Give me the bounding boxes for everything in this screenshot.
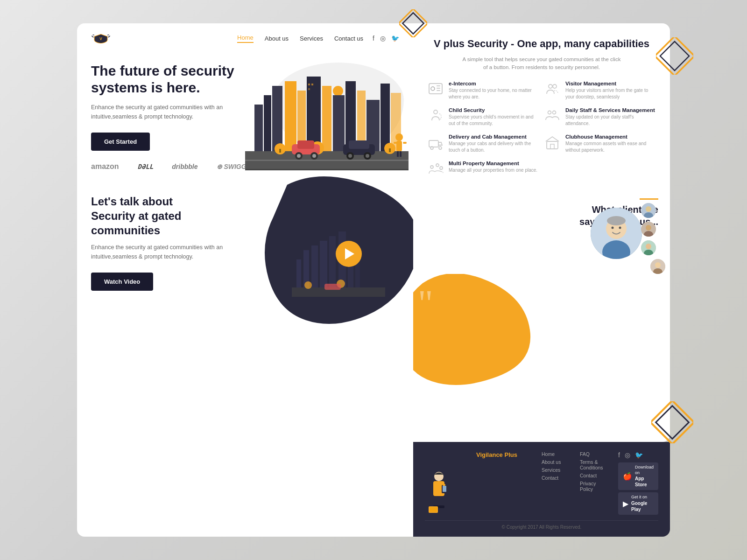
svg-rect-111 xyxy=(439,505,444,508)
logo-icon: V xyxy=(91,32,111,45)
svg-text:V: V xyxy=(99,36,102,41)
feature-staff: Daily Staff & Services Management Stay u… xyxy=(544,107,656,127)
watch-video-button[interactable]: Watch Video xyxy=(91,273,153,291)
svg-point-77 xyxy=(430,147,433,149)
footer-contact2-link[interactable]: Contact xyxy=(580,473,609,478)
staff-text: Daily Staff & Services Management Stay u… xyxy=(565,107,656,127)
child-icon xyxy=(427,107,444,124)
svg-rect-76 xyxy=(429,140,438,147)
get-started-button[interactable]: Get Started xyxy=(91,133,150,151)
hero-illustration xyxy=(236,49,413,179)
svg-rect-107 xyxy=(443,484,445,486)
footer-home-link[interactable]: Home xyxy=(542,451,571,457)
svg-rect-26 xyxy=(389,148,391,152)
small-avatars xyxy=(641,203,665,278)
facebook-icon[interactable]: f xyxy=(373,35,374,42)
svg-text:": " xyxy=(418,283,433,324)
footer-help-col: FAQ Terms & Conditions Contact Privacy P… xyxy=(580,451,609,515)
svg-rect-45 xyxy=(245,169,409,170)
svg-rect-34 xyxy=(349,140,369,149)
play-button[interactable] xyxy=(336,241,362,267)
clubhouse-text: Clubhouse Management Manage common asset… xyxy=(565,134,656,154)
svg-rect-68 xyxy=(437,85,440,86)
social-icons: f ◎ 🐦 xyxy=(373,35,399,42)
property-desc: Manage all your properties from one plac… xyxy=(449,167,537,174)
feature-clubhouse: Clubhouse Management Manage common asset… xyxy=(544,134,656,154)
svg-rect-20 xyxy=(279,149,281,153)
deco-diamond-top-right xyxy=(656,37,693,75)
google-play-icon: ▶ xyxy=(623,499,628,508)
svg-rect-9 xyxy=(322,86,331,151)
svg-point-90 xyxy=(619,227,621,229)
svg-rect-14 xyxy=(381,84,390,151)
nav-home[interactable]: Home xyxy=(237,34,254,43)
svg-point-81 xyxy=(430,166,433,168)
svg-point-101 xyxy=(655,262,661,268)
footer-panel: Vigilance Plus Home About us Services Co… xyxy=(413,442,670,537)
svg-rect-62 xyxy=(656,37,693,75)
video-heading: Let's talk about Security at gated commu… xyxy=(91,194,212,238)
nav-services[interactable]: Services xyxy=(300,35,323,42)
footer-social-col: f ◎ 🐦 🍎 Download on App Store xyxy=(618,451,658,515)
clubhouse-desc: Manage common assets with ease and witho… xyxy=(565,140,656,154)
right-panel: V plus Security - One app, many capabili… xyxy=(413,23,670,537)
nav-contact[interactable]: Contact us xyxy=(334,35,363,42)
footer-services-link[interactable]: Services xyxy=(542,467,571,473)
footer-instagram-icon[interactable]: ◎ xyxy=(625,451,630,459)
intercom-desc: Stay connected to your home, no matter w… xyxy=(449,87,539,100)
svg-point-88 xyxy=(607,216,626,225)
logo-area: V xyxy=(91,32,111,45)
hero-description: Enhance the security at gated communitie… xyxy=(91,103,231,121)
video-description: Enhance the security at gated communitie… xyxy=(91,243,231,261)
footer-social-icons: f ◎ 🐦 xyxy=(618,451,658,459)
twitter-icon[interactable]: 🐦 xyxy=(391,35,399,42)
child-desc: Supervise yours child's movement in and … xyxy=(449,114,539,127)
app-store-button[interactable]: 🍎 Download on App Store xyxy=(618,462,658,490)
svg-rect-3 xyxy=(254,105,263,151)
svg-point-78 xyxy=(439,147,442,149)
clubhouse-title: Clubhouse Management xyxy=(565,134,656,140)
svg-rect-41 xyxy=(394,142,397,144)
footer-about-link[interactable]: About us xyxy=(542,459,571,465)
svg-rect-70 xyxy=(437,90,440,91)
yellow-blob: " xyxy=(413,274,535,386)
footer-faq-link[interactable]: FAQ xyxy=(580,451,609,457)
svg-point-67 xyxy=(431,87,435,91)
svg-point-39 xyxy=(395,133,403,141)
footer-nav-col-main: Home About us Services Contact xyxy=(542,451,571,515)
delivery-title: Delivery and Cab Management xyxy=(449,134,539,140)
app-title: V plus Security - One app, many capabili… xyxy=(427,37,656,51)
hero-heading: The future of security systems is here. xyxy=(91,63,240,96)
nav-about[interactable]: About us xyxy=(265,35,289,42)
intercom-text: e-Intercom Stay connected to your home, … xyxy=(449,81,539,100)
footer-terms-link[interactable]: Terms & Conditions xyxy=(580,459,609,470)
property-icon xyxy=(427,161,444,177)
svg-point-92 xyxy=(646,206,651,212)
instagram-icon[interactable]: ◎ xyxy=(380,35,386,42)
svg-rect-28 xyxy=(297,140,314,149)
footer-contact-link[interactable]: Contact xyxy=(542,475,571,481)
feature-delivery: Delivery and Cab Management Manage your … xyxy=(427,134,539,154)
delivery-desc: Manage your cabs and delivery with the t… xyxy=(449,140,539,154)
author-name: Marillyn Hewson xyxy=(434,260,528,267)
svg-rect-18 xyxy=(308,88,310,90)
quote-bubble: Lorem ipsum is simply dummy text of the … xyxy=(425,217,537,282)
svg-point-82 xyxy=(436,164,439,167)
footer-brand-name: Vigilance Plus xyxy=(476,451,532,458)
page-wrapper: V Home About us Services Contact us f ◎ … xyxy=(77,23,670,537)
footer-twitter-icon[interactable]: 🐦 xyxy=(635,451,643,459)
svg-point-72 xyxy=(553,84,557,88)
feature-property: Multi Property Management Manage all you… xyxy=(427,161,539,177)
footer-facebook-icon[interactable]: f xyxy=(618,451,620,459)
hero-section: The future of security systems is here. … xyxy=(77,53,413,155)
property-text: Multi Property Management Manage all you… xyxy=(449,161,537,174)
small-avatar-1 xyxy=(641,203,656,218)
deco-diamond-bottom-right xyxy=(651,401,693,443)
svg-point-83 xyxy=(440,167,443,169)
footer-privacy-link[interactable]: Privacy Policy xyxy=(580,481,609,492)
nav-links: Home About us Services Contact us xyxy=(237,34,363,43)
svg-point-98 xyxy=(646,244,651,249)
play-store-button[interactable]: ▶ Get it on Google Play xyxy=(618,492,658,515)
quote-text: Lorem ipsum is simply dummy text of the … xyxy=(434,222,528,254)
intercom-icon xyxy=(427,81,444,98)
